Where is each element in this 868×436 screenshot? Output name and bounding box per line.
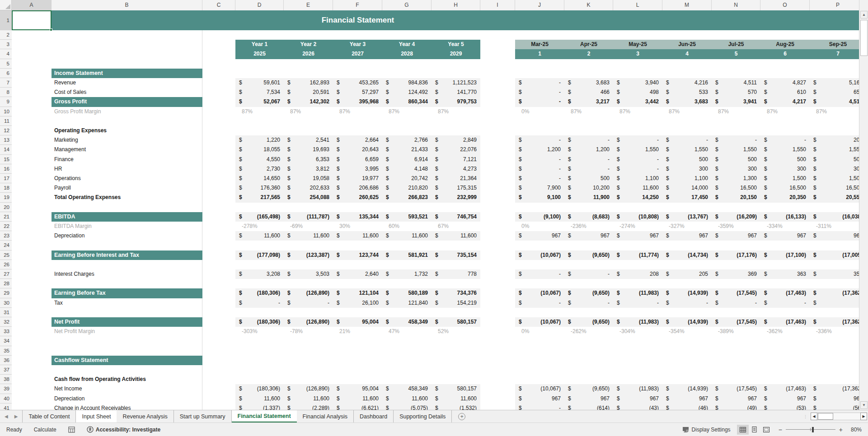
- cell[interactable]: $141,770: [432, 88, 480, 97]
- tab-revenue-analysis[interactable]: Revenue Analysis: [117, 410, 174, 422]
- cell[interactable]: 30%: [333, 222, 382, 231]
- cell[interactable]: $(180,306): [235, 384, 284, 394]
- row-header-15[interactable]: 15: [0, 155, 12, 164]
- cell[interactable]: $1,550: [712, 145, 760, 154]
- cell[interactable]: $(126,890): [284, 317, 333, 327]
- cell[interactable]: $-: [564, 164, 613, 174]
- vertical-scroll-thumb[interactable]: [860, 20, 868, 56]
- cell[interactable]: $1,200: [515, 145, 564, 154]
- row-header-39[interactable]: 39: [0, 384, 12, 394]
- row-label[interactable]: Tax: [52, 298, 202, 308]
- row-header-14[interactable]: 14: [0, 145, 12, 154]
- row-header-34[interactable]: 34: [0, 336, 12, 346]
- cell[interactable]: $-: [515, 97, 564, 107]
- cell[interactable]: $(9,650): [564, 288, 613, 298]
- cell[interactable]: $254,088: [284, 193, 333, 202]
- cell[interactable]: 87%: [382, 107, 432, 116]
- cell[interactable]: $967: [810, 231, 859, 241]
- cell[interactable]: $124,492: [382, 88, 432, 97]
- cell[interactable]: $19,693: [284, 145, 333, 154]
- column-header-K[interactable]: K: [564, 0, 613, 10]
- cell[interactable]: $3,442: [613, 97, 662, 107]
- cell[interactable]: $(180,306): [235, 288, 284, 298]
- cell[interactable]: $135,344: [333, 212, 382, 222]
- row-header-9[interactable]: 9: [0, 97, 12, 107]
- cell[interactable]: $-: [515, 174, 564, 183]
- cell[interactable]: -69%: [284, 222, 333, 231]
- month-header-Aug-25[interactable]: Aug-25: [760, 40, 810, 49]
- cell[interactable]: $(11,774): [613, 250, 662, 260]
- cell[interactable]: $967: [662, 231, 712, 241]
- cell[interactable]: $232,999: [432, 193, 480, 202]
- cell[interactable]: $1,550: [810, 145, 859, 154]
- cell[interactable]: 52%: [432, 327, 480, 336]
- cell[interactable]: $202,633: [284, 183, 333, 193]
- cell[interactable]: -304%: [613, 327, 662, 336]
- cell[interactable]: $(9,650): [564, 384, 613, 394]
- cell[interactable]: $(17,362): [810, 288, 859, 298]
- scroll-up-icon[interactable]: ▲: [860, 11, 868, 19]
- row-label[interactable]: Operating Expenses: [52, 126, 202, 135]
- row-label[interactable]: EBITDA: [52, 212, 202, 222]
- cell[interactable]: $466: [564, 88, 613, 97]
- month-number-3[interactable]: 3: [613, 49, 662, 59]
- cell[interactable]: $20,350: [760, 193, 810, 202]
- cell[interactable]: $580,157: [432, 317, 480, 327]
- cell[interactable]: $1,732: [382, 269, 432, 279]
- cell[interactable]: $(53): [760, 404, 810, 410]
- cell[interactable]: $19,977: [333, 174, 382, 183]
- cell[interactable]: 0%: [515, 222, 564, 231]
- cell[interactable]: $(16,038): [810, 212, 859, 222]
- cell[interactable]: $500: [662, 155, 712, 164]
- cell[interactable]: $1,300: [712, 174, 760, 183]
- cell[interactable]: 67%: [432, 222, 480, 231]
- cell[interactable]: $2,541: [284, 135, 333, 145]
- cell[interactable]: $(6,621): [333, 404, 382, 410]
- row-label[interactable]: Marketing: [52, 135, 202, 145]
- cell[interactable]: $(17,463): [760, 288, 810, 298]
- cell[interactable]: 60%: [382, 222, 432, 231]
- cell[interactable]: $(10,067): [515, 250, 564, 260]
- row-label[interactable]: Cost of Sales: [52, 88, 202, 97]
- cell[interactable]: $21,433: [382, 145, 432, 154]
- cell[interactable]: $20,643: [333, 145, 382, 154]
- column-header-P[interactable]: P: [810, 0, 866, 10]
- cell[interactable]: $208: [613, 269, 662, 279]
- cell[interactable]: $4,550: [235, 155, 284, 164]
- cell[interactable]: $967: [613, 231, 662, 241]
- zoom-in-icon[interactable]: +: [839, 426, 843, 433]
- cell[interactable]: $(11,983): [613, 384, 662, 394]
- cell[interactable]: $4,273: [432, 164, 480, 174]
- cell[interactable]: $(10,067): [515, 288, 564, 298]
- cell[interactable]: $-: [662, 135, 712, 145]
- new-sheet-button[interactable]: +: [452, 410, 472, 422]
- cell[interactable]: $-: [515, 404, 564, 410]
- month-header-May-25[interactable]: May-25: [613, 40, 662, 49]
- cell[interactable]: $581,921: [382, 250, 432, 260]
- column-header-L[interactable]: L: [613, 0, 662, 10]
- cell[interactable]: $967: [564, 394, 613, 404]
- row-header-33[interactable]: 33: [0, 327, 12, 336]
- cell[interactable]: 87%: [235, 107, 284, 116]
- cell[interactable]: $979,753: [432, 97, 480, 107]
- cell[interactable]: $860,344: [382, 97, 432, 107]
- row-header-10[interactable]: 10: [0, 107, 12, 116]
- prev-sheet-icon[interactable]: ◀: [5, 414, 8, 419]
- tab-financial-statement[interactable]: Financial Statement: [232, 410, 297, 422]
- page-break-preview-button[interactable]: [760, 425, 772, 435]
- tab-financial-analysis[interactable]: Financial Analysis: [297, 410, 354, 422]
- cell[interactable]: $(17,545): [712, 317, 760, 327]
- cell[interactable]: $967: [712, 394, 760, 404]
- cell[interactable]: -236%: [564, 222, 613, 231]
- row-label[interactable]: Total Operating Expenses: [52, 193, 202, 202]
- cell[interactable]: $14,250: [613, 193, 662, 202]
- cell[interactable]: $(10,808): [613, 212, 662, 222]
- row-label[interactable]: Finance: [52, 155, 202, 164]
- cell[interactable]: 87%: [564, 107, 613, 116]
- row-label[interactable]: Revenue: [52, 78, 202, 88]
- scroll-left-icon[interactable]: ◀: [811, 413, 817, 420]
- cell[interactable]: $5,165: [810, 78, 859, 88]
- row-header-27[interactable]: 27: [0, 269, 12, 279]
- year-header-2029[interactable]: Year 52029: [432, 40, 480, 59]
- cell[interactable]: $162,893: [284, 78, 333, 88]
